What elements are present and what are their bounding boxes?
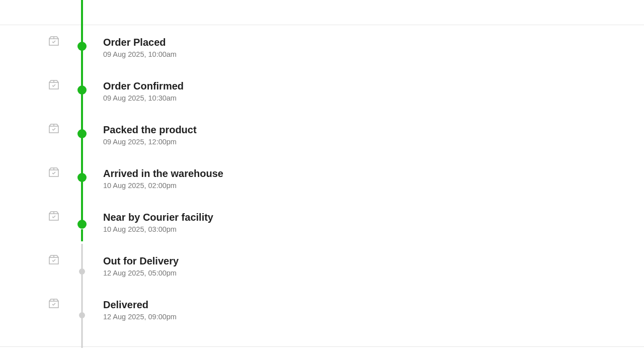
package-icon [48,166,60,178]
package-icon [48,297,60,309]
step-title: Near by Courier facility [103,211,213,224]
step-timestamp: 12 Aug 2025, 05:00pm [103,269,179,277]
step-title: Order Confirmed [103,79,184,93]
step-title: Arrived in the warehouse [103,167,223,180]
order-timeline: Order Placed 09 Aug 2025, 10:00am Order … [0,0,644,331]
step-timestamp: 09 Aug 2025, 12:00pm [103,138,197,146]
step-timestamp: 10 Aug 2025, 03:00pm [103,225,213,233]
step-title: Packed the product [103,123,197,136]
step-title: Order Placed [103,36,177,49]
step-timestamp: 10 Aug 2025, 02:00pm [103,182,223,190]
timeline-step: Delivered 12 Aug 2025, 09:00pm [48,288,644,331]
step-timestamp: 09 Aug 2025, 10:30am [103,94,184,102]
step-timestamp: 12 Aug 2025, 09:00pm [103,313,177,321]
package-icon [48,78,60,90]
timeline-step: Order Placed 09 Aug 2025, 10:00am [48,25,644,69]
timeline-step: Near by Courier facility 10 Aug 2025, 03… [48,200,644,244]
package-icon [48,122,60,134]
package-icon [48,35,60,47]
step-title: Delivered [103,298,177,311]
timeline-step: Arrived in the warehouse 10 Aug 2025, 02… [48,156,644,200]
timeline-step: Out for Delivery 12 Aug 2025, 05:00pm [48,244,644,288]
package-icon [48,253,60,265]
step-title: Out for Delivery [103,254,179,267]
timeline-step: Order Confirmed 09 Aug 2025, 10:30am [48,69,644,113]
step-timestamp: 09 Aug 2025, 10:00am [103,50,177,58]
footer-divider [0,346,644,347]
package-icon [48,210,60,222]
timeline-step: Packed the product 09 Aug 2025, 12:00pm [48,113,644,156]
